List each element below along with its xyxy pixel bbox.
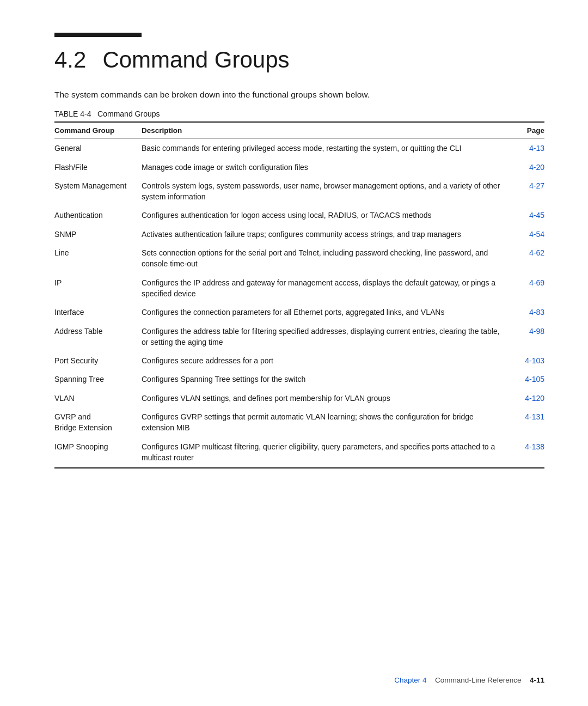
group-cell: Port Security — [54, 351, 142, 370]
description-cell: Sets connection options for the serial p… — [142, 244, 512, 273]
chapter-bar — [54, 33, 142, 37]
page-cell[interactable]: 4-120 — [512, 389, 544, 407]
table-header: Command Group Description Page — [54, 122, 544, 139]
description-cell: Basic commands for entering privileged a… — [142, 139, 512, 158]
table-row: SNMPActivates authentication failure tra… — [54, 225, 544, 244]
table-row: AuthenticationConfigures authentication … — [54, 206, 544, 224]
page-cell[interactable]: 4-83 — [512, 303, 544, 321]
group-cell: Spanning Tree — [54, 370, 142, 388]
table-row: Flash/FileManages code image or switch c… — [54, 158, 544, 176]
table-row: GVRP andBridge ExtensionConfigures GVRP … — [54, 407, 544, 437]
col-header-page: Page — [512, 122, 544, 139]
table-row: Port SecurityConfigures secure addresses… — [54, 351, 544, 370]
group-cell: IP — [54, 273, 142, 303]
page-cell[interactable]: 4-62 — [512, 244, 544, 273]
page-cell[interactable]: 4-45 — [512, 206, 544, 224]
col-header-group: Command Group — [54, 122, 142, 139]
table-label-title: Command Groups — [97, 109, 160, 118]
description-cell: Configures secure addresses for a port — [142, 351, 512, 370]
description-cell: Configures IGMP multicast filtering, que… — [142, 437, 512, 468]
section-name: Command Groups — [102, 47, 289, 73]
table-row: IGMP SnoopingConfigures IGMP multicast f… — [54, 437, 544, 468]
description-cell: Activates authentication failure traps; … — [142, 225, 512, 244]
description-cell: Configures the connection parameters for… — [142, 303, 512, 321]
group-cell: Authentication — [54, 206, 142, 224]
table-label: TABLE 4-4 Command Groups — [54, 109, 544, 118]
col-header-description: Description — [142, 122, 512, 139]
page-cell[interactable]: 4-20 — [512, 158, 544, 176]
group-cell: Flash/File — [54, 158, 142, 176]
page-container: 4.2 Command Groups The system commands c… — [0, 0, 588, 706]
intro-paragraph: The system commands can be broken down i… — [54, 88, 544, 101]
page-cell[interactable]: 4-103 — [512, 351, 544, 370]
description-cell: Configures VLAN settings, and defines po… — [142, 389, 512, 407]
table-row: System ManagementControls system logs, s… — [54, 176, 544, 206]
table-body: GeneralBasic commands for entering privi… — [54, 139, 544, 468]
group-cell: System Management — [54, 176, 142, 206]
group-cell: Address Table — [54, 322, 142, 352]
group-cell: SNMP — [54, 225, 142, 244]
description-cell: Configures GVRP settings that permit aut… — [142, 407, 512, 437]
page-cell[interactable]: 4-13 — [512, 139, 544, 158]
table-row: InterfaceConfigures the connection param… — [54, 303, 544, 321]
table-row: Spanning TreeConfigures Spanning Tree se… — [54, 370, 544, 388]
page-cell[interactable]: 4-131 — [512, 407, 544, 437]
table-row: IPConfigures the IP address and gateway … — [54, 273, 544, 303]
page-cell[interactable]: 4-54 — [512, 225, 544, 244]
section-title: 4.2 Command Groups — [54, 47, 544, 73]
footer-page: 4-11 — [525, 676, 544, 684]
table-row: LineSets connection options for the seri… — [54, 244, 544, 273]
page-cell[interactable]: 4-27 — [512, 176, 544, 206]
table-row: VLANConfigures VLAN settings, and define… — [54, 389, 544, 407]
page-cell[interactable]: 4-138 — [512, 437, 544, 468]
description-cell: Configures authentication for logon acce… — [142, 206, 512, 224]
footer-chapter: Chapter 4 — [394, 676, 426, 684]
description-cell: Configures the address table for filteri… — [142, 322, 512, 352]
table-label-id: TABLE 4-4 — [54, 109, 91, 118]
page-cell[interactable]: 4-69 — [512, 273, 544, 303]
group-cell: GVRP andBridge Extension — [54, 407, 142, 437]
section-number: 4.2 — [54, 47, 86, 73]
table-row: GeneralBasic commands for entering privi… — [54, 139, 544, 158]
group-cell: General — [54, 139, 142, 158]
description-cell: Manages code image or switch configurati… — [142, 158, 512, 176]
group-cell: Interface — [54, 303, 142, 321]
table-row: Address TableConfigures the address tabl… — [54, 322, 544, 352]
group-cell: Line — [54, 244, 142, 273]
description-cell: Configures the IP address and gateway fo… — [142, 273, 512, 303]
group-cell: VLAN — [54, 389, 142, 407]
command-groups-table: Command Group Description Page GeneralBa… — [54, 121, 544, 468]
page-footer: Chapter 4 Command-Line Reference 4-11 — [0, 676, 588, 684]
page-cell[interactable]: 4-105 — [512, 370, 544, 388]
description-cell: Configures Spanning Tree settings for th… — [142, 370, 512, 388]
page-cell[interactable]: 4-98 — [512, 322, 544, 352]
header-row: Command Group Description Page — [54, 122, 544, 139]
footer-reference: Command-Line Reference — [431, 676, 522, 684]
group-cell: IGMP Snooping — [54, 437, 142, 468]
description-cell: Controls system logs, system passwords, … — [142, 176, 512, 206]
